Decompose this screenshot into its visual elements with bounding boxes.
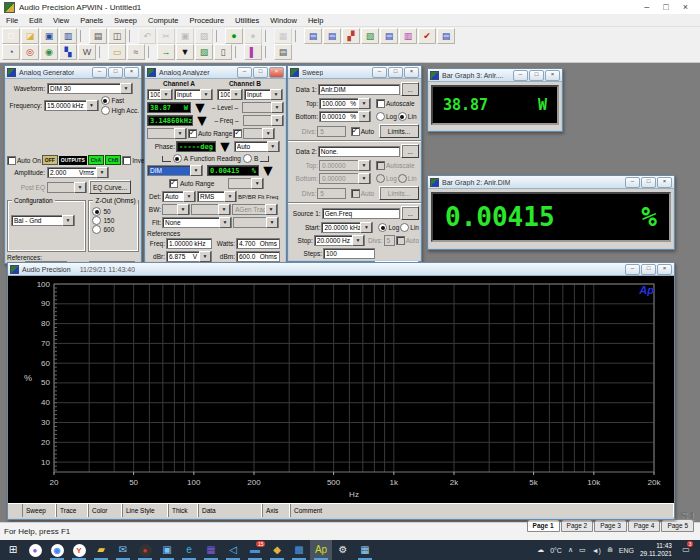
print-icon[interactable]: ▤	[89, 28, 107, 44]
menu-item[interactable]: Window	[270, 16, 297, 25]
menu-item[interactable]: File	[6, 16, 18, 25]
phase-mode-select[interactable]: Auto▼	[234, 141, 280, 152]
graph-view-icon[interactable]: ▧	[195, 44, 213, 60]
network-icon[interactable]: ⋒	[607, 546, 613, 554]
media-app-icon[interactable]: ●	[134, 540, 156, 560]
page-tab[interactable]: Page 1	[527, 519, 560, 532]
generator-off-button[interactable]: OFF	[42, 155, 58, 165]
high-acc-radio[interactable]	[101, 106, 110, 115]
menu-item[interactable]: Edit	[29, 16, 42, 25]
source1-field[interactable]: Gen.Freq	[322, 208, 401, 219]
minimize-button[interactable]: –	[625, 264, 640, 275]
close-button[interactable]: ×	[683, 2, 688, 12]
display-app-icon[interactable]: ▣	[156, 540, 178, 560]
auto-on-checkbox[interactable]	[7, 156, 16, 165]
detector-select[interactable]: Auto▼	[162, 191, 196, 202]
z-out-150-radio[interactable]	[92, 216, 101, 225]
auto-range-a-checkbox[interactable]	[188, 129, 197, 138]
panel-settings-icon[interactable]: ▤	[437, 28, 455, 44]
page-tab[interactable]: Page 2	[561, 519, 594, 532]
weather-cloud-icon[interactable]: ☁	[537, 546, 544, 554]
minimize-button[interactable]: –	[237, 67, 252, 78]
menu-item[interactable]: Sweep	[114, 16, 137, 25]
dbm-reference-field[interactable]: 600.0Ohms	[236, 251, 280, 262]
waveform-select[interactable]: DIM 30▼	[47, 83, 133, 94]
panel-generator-icon[interactable]: ▤	[304, 28, 322, 44]
chevron-down-icon[interactable]: ▼	[260, 165, 276, 176]
filter-select[interactable]: None▼	[162, 217, 232, 228]
stop-select[interactable]: 20.0000 Hz▼	[314, 235, 365, 246]
tab-axis[interactable]: Axis	[262, 504, 290, 517]
paste-icon[interactable]: ▨	[195, 28, 213, 44]
source1-browse-button[interactable]: ...	[401, 206, 419, 220]
tab-trace[interactable]: Trace	[56, 504, 88, 517]
sweep-panel-icon[interactable]: ▚	[59, 44, 77, 60]
log-source-radio[interactable]	[378, 223, 387, 232]
menu-item[interactable]: Compute	[148, 16, 178, 25]
bar-display-icon[interactable]: ▌	[244, 44, 262, 60]
minimize-button[interactable]: –	[372, 67, 387, 78]
close-button[interactable]: ×	[657, 264, 672, 275]
tray-expand-icon[interactable]: ∧	[568, 546, 573, 554]
maximize-button[interactable]: □	[388, 67, 403, 78]
range-a-select[interactable]: 100k▼	[147, 89, 173, 100]
data2-browse-button[interactable]: ...	[401, 144, 419, 158]
input-b-select[interactable]: Input▼	[244, 89, 283, 100]
z-out-600-radio[interactable]	[92, 225, 101, 234]
bottom1-select[interactable]: 0.00010%▼	[319, 111, 371, 122]
channel-a-output-button[interactable]: ChA	[88, 155, 104, 165]
page-tab[interactable]: Page 3	[594, 519, 627, 532]
sweep-title-bar[interactable]: Sweep – □ ×	[288, 66, 421, 79]
frequency-select[interactable]: 15.0000 kHz▼	[44, 100, 99, 111]
chat-app-icon[interactable]: ▬ 15	[244, 540, 266, 560]
menu-item[interactable]: Panels	[80, 16, 103, 25]
data2-field[interactable]: None.	[318, 146, 401, 157]
function-channel-a-radio[interactable]	[173, 154, 182, 163]
check-icon[interactable]: ✔	[418, 28, 436, 44]
close-button[interactable]: ×	[404, 67, 419, 78]
taskbar-clock[interactable]: 11:43 29.11.2021	[640, 542, 672, 559]
language-indicator[interactable]: ENG	[619, 547, 634, 554]
chrome-icon[interactable]: ◉	[46, 540, 68, 560]
configuration-select[interactable]: Bal - Gnd▼	[11, 215, 75, 226]
probe-icon[interactable]: ≈	[127, 44, 145, 60]
mail-app-icon[interactable]: ✉	[112, 540, 134, 560]
tab-color[interactable]: Color	[88, 504, 122, 517]
auto1-checkbox[interactable]	[351, 127, 360, 136]
tab-thick[interactable]: Thick	[168, 504, 198, 517]
range-b-select[interactable]: 100k▼	[217, 89, 243, 100]
photos-app-icon[interactable]: ▩	[288, 540, 310, 560]
log1-radio[interactable]	[376, 112, 385, 121]
function-auto-range-checkbox[interactable]	[169, 179, 178, 188]
flutter-app-icon[interactable]: ◁	[222, 540, 244, 560]
maximize-button[interactable]: □	[641, 177, 656, 188]
save-all-icon[interactable]: ▥	[59, 28, 77, 44]
open-folder-icon[interactable]: ◪	[21, 28, 39, 44]
maximize-button[interactable]: □	[108, 67, 123, 78]
panel-status-icon[interactable]: ▥	[399, 28, 417, 44]
settings-gear-icon[interactable]: ⚙	[332, 540, 354, 560]
floppy-app-icon[interactable]: ▦	[200, 540, 222, 560]
learn-mode-icon[interactable]: ▦	[274, 28, 292, 44]
amplitude-select[interactable]: 2.000Vrms▼	[47, 167, 109, 178]
autoscale1-checkbox[interactable]	[376, 99, 385, 108]
start-button[interactable]: ⊞	[2, 540, 24, 560]
chevron-down-icon[interactable]: ▼	[217, 141, 233, 152]
minimize-button[interactable]: –	[513, 70, 528, 81]
edge-icon[interactable]: e	[178, 540, 200, 560]
minimize-button[interactable]: –	[644, 2, 649, 12]
bar-graph-3-title-bar[interactable]: Bar Graph 3: Anlr.... – □ ×	[428, 69, 562, 82]
gen-output-icon[interactable]: →	[157, 44, 175, 60]
volume-icon[interactable]: ◄)	[592, 547, 601, 554]
freq-reference-field[interactable]: 1.00000 kHz	[166, 238, 212, 249]
auto-range-b-checkbox[interactable]	[233, 129, 242, 138]
fast-radio[interactable]	[101, 96, 110, 105]
lin1-radio[interactable]	[398, 112, 407, 121]
invert-checkbox[interactable]	[122, 156, 131, 165]
function-channel-b-radio[interactable]	[243, 154, 252, 163]
hardware-io-icon[interactable]: ▭	[108, 44, 126, 60]
close-button[interactable]: ×	[124, 67, 139, 78]
lin-source-radio[interactable]	[400, 223, 409, 232]
print-preview-icon[interactable]: ◫	[108, 28, 126, 44]
limits1-button[interactable]: Limits...	[379, 124, 419, 138]
